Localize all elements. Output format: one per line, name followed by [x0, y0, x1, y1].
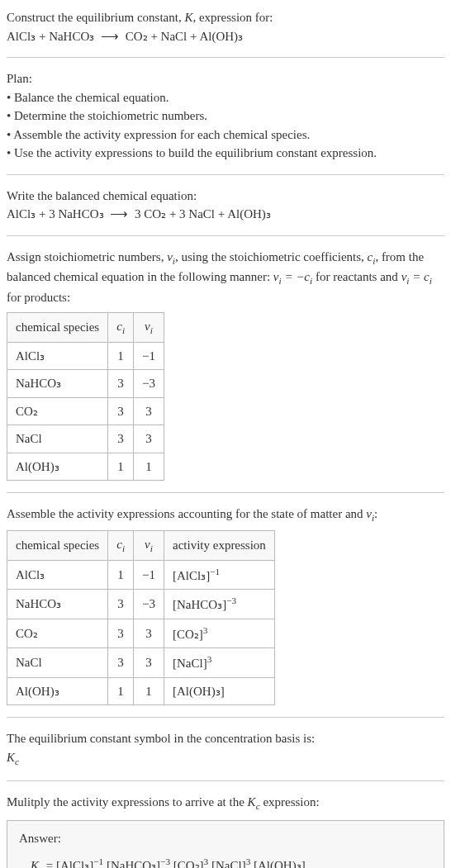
cell-ci: 1	[108, 560, 134, 590]
stoich-text-b: , using the stoichiometric coefficients,	[175, 250, 368, 263]
divider	[7, 492, 444, 493]
table-row: NaCl 3 3 [NaCl]3	[7, 648, 275, 678]
cell-ci: 3	[108, 370, 134, 398]
cell-vi: −3	[134, 370, 164, 398]
term: [NaHCO₃]−3	[107, 859, 170, 868]
answer-box: Answer: Kc = [AlCl₃]−1 [NaHCO₃]−3 [CO₂]3…	[7, 820, 444, 868]
basis-line1: The equilibrium constant symbol in the c…	[7, 729, 444, 748]
cell-species: Al(OH)₃	[7, 453, 108, 481]
table-row: NaHCO₃ 3 −3	[7, 370, 164, 398]
term: [Al(OH)₃]	[254, 859, 306, 868]
answer-label: Answer:	[19, 829, 432, 848]
col-species: chemical species	[7, 312, 108, 342]
cell-species: Al(OH)₃	[7, 677, 108, 705]
plan-item: Use the activity expressions to build th…	[7, 144, 444, 163]
plan-heading: Plan:	[7, 69, 444, 88]
basis-symbol: Kc	[7, 748, 444, 769]
arrow-icon: ⟶	[97, 30, 122, 43]
cell-vi: 3	[134, 648, 164, 678]
stoich-section: Assign stoichiometric numbers, νi, using…	[7, 248, 444, 481]
table-row: NaCl 3 3	[7, 425, 164, 453]
plan-item: Determine the stoichiometric numbers.	[7, 107, 444, 126]
cell-ci: 1	[108, 677, 134, 705]
table-row: Al(OH)₃ 1 1	[7, 453, 164, 481]
cell-vi: −3	[134, 590, 164, 619]
cell-ci: 1	[108, 453, 134, 481]
cell-vi: 3	[134, 425, 164, 453]
table-row: AlCl₃ 1 −1 [AlCl₃]−1	[7, 560, 275, 590]
divider	[7, 174, 444, 175]
cell-vi: −1	[134, 342, 164, 370]
intro-line1: Construct the equilibrium constant, K, e…	[7, 8, 444, 27]
table-row: AlCl₃ 1 −1	[7, 342, 164, 370]
multiply-section: Mulitply the activity expressions to arr…	[7, 793, 444, 868]
balanced-equation: AlCl₃ + 3 NaHCO₃ ⟶ 3 CO₂ + 3 NaCl + Al(O…	[7, 205, 444, 224]
table-row: Al(OH)₃ 1 1 [Al(OH)₃]	[7, 677, 275, 705]
cell-vi: −1	[134, 560, 164, 590]
col-species: chemical species	[7, 531, 108, 561]
stoich-text-a: Assign stoichiometric numbers,	[7, 250, 167, 263]
plan-list: Balance the chemical equation. Determine…	[7, 88, 444, 163]
basis-section: The equilibrium constant symbol in the c…	[7, 729, 444, 768]
cell-expr: [NaHCO₃]−3	[164, 590, 274, 619]
cell-species: AlCl₃	[7, 342, 108, 370]
cell-species: AlCl₃	[7, 560, 108, 590]
table-row: CO₂ 3 3 [CO₂]3	[7, 619, 275, 648]
term: [NaCl]3	[211, 859, 250, 868]
intro-lhs: AlCl₃ + NaHCO₃	[7, 30, 94, 43]
divider	[7, 57, 444, 58]
cell-ci: 3	[108, 648, 134, 678]
plan-item: Balance the chemical equation.	[7, 88, 444, 107]
balanced-section: Write the balanced chemical equation: Al…	[7, 187, 444, 224]
cell-ci: 3	[108, 397, 134, 425]
intro-equation: AlCl₃ + NaHCO₃ ⟶ CO₂ + NaCl + Al(OH)₃	[7, 27, 444, 46]
cell-vi: 3	[134, 397, 164, 425]
cell-expr: [AlCl₃]−1	[164, 560, 274, 590]
col-ci: ci	[108, 531, 134, 561]
divider	[7, 717, 444, 718]
plan-section: Plan: Balance the chemical equation. Det…	[7, 69, 444, 163]
term: [AlCl₃]−1	[56, 859, 103, 868]
stoich-text: Assign stoichiometric numbers, νi, using…	[7, 248, 444, 307]
divider	[7, 235, 444, 236]
activity-table: chemical species ci νi activity expressi…	[7, 530, 275, 705]
balanced-lhs: AlCl₃ + 3 NaHCO₃	[7, 207, 104, 221]
cell-ci: 1	[108, 342, 134, 370]
table-header-row: chemical species ci νi	[7, 312, 164, 342]
cell-species: NaHCO₃	[7, 370, 108, 398]
activity-section: Assemble the activity expressions accoun…	[7, 505, 444, 705]
activity-heading: Assemble the activity expressions accoun…	[7, 505, 444, 525]
table-row: CO₂ 3 3	[7, 397, 164, 425]
col-vi: νi	[134, 312, 164, 342]
col-ci: ci	[108, 312, 134, 342]
term: [CO₂]3	[173, 859, 208, 868]
cell-vi: 3	[134, 619, 164, 648]
balanced-rhs: 3 CO₂ + 3 NaCl + Al(OH)₃	[135, 207, 271, 221]
answer-expression: Kc = [AlCl₃]−1 [NaHCO₃]−3 [CO₂]3 [NaCl]3…	[19, 852, 432, 868]
table-header-row: chemical species ci νi activity expressi…	[7, 531, 275, 561]
cell-species: NaCl	[7, 425, 108, 453]
cell-ci: 3	[108, 619, 134, 648]
cell-species: CO₂	[7, 397, 108, 425]
cell-ci: 3	[108, 590, 134, 619]
plan-item: Assemble the activity expression for eac…	[7, 126, 444, 145]
cell-expr: [CO₂]3	[164, 619, 274, 648]
cell-species: NaCl	[7, 648, 108, 678]
table-row: NaHCO₃ 3 −3 [NaHCO₃]−3	[7, 590, 275, 619]
col-vi: νi	[134, 531, 164, 561]
cell-vi: 1	[134, 453, 164, 481]
arrow-icon: ⟶	[107, 207, 131, 221]
cell-species: NaHCO₃	[7, 590, 108, 619]
stoich-text-e: for products:	[7, 291, 70, 304]
intro-rhs: CO₂ + NaCl + Al(OH)₃	[126, 30, 243, 43]
cell-ci: 3	[108, 425, 134, 453]
balanced-heading: Write the balanced chemical equation:	[7, 187, 444, 206]
equals: =	[43, 859, 56, 868]
cell-species: CO₂	[7, 619, 108, 648]
intro-section: Construct the equilibrium constant, K, e…	[7, 8, 444, 45]
cell-expr: [Al(OH)₃]	[164, 677, 274, 705]
stoich-text-d: for reactants and	[312, 270, 401, 283]
divider	[7, 780, 444, 781]
col-activity: activity expression	[164, 531, 274, 561]
stoich-table: chemical species ci νi AlCl₃ 1 −1 NaHCO₃…	[7, 312, 164, 481]
